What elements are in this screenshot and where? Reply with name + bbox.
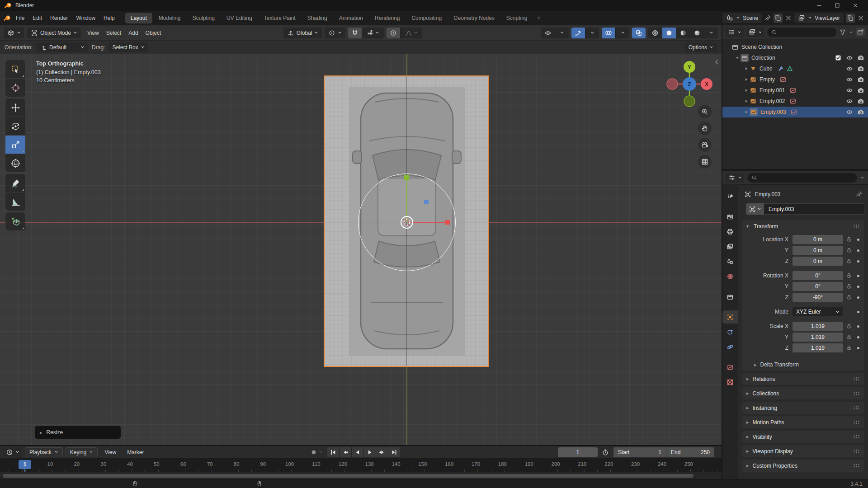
disclosure-right-icon[interactable] xyxy=(743,77,750,82)
panel-motion-paths[interactable]: ▸Motion Paths xyxy=(742,416,864,428)
outliner-row-empty-003[interactable]: Empty.003 xyxy=(722,107,868,117)
transform-value-field[interactable]: 1.019 xyxy=(793,343,843,352)
snap-settings[interactable] xyxy=(362,28,384,38)
panel-visibility[interactable]: ▸Visibility xyxy=(742,431,864,443)
auto-keying-toggle[interactable] xyxy=(310,449,323,456)
object-name-input[interactable]: Empty.003 xyxy=(764,203,864,215)
timeline-menu-playback[interactable]: Playback xyxy=(25,447,63,457)
shading-solid-button[interactable] xyxy=(662,28,676,38)
outliner-display-mode-button[interactable] xyxy=(746,28,764,37)
animate-dot[interactable] xyxy=(855,336,861,338)
play-reverse-button[interactable] xyxy=(351,447,363,457)
lock-icon[interactable] xyxy=(843,236,855,243)
shading-dropdown[interactable] xyxy=(704,28,718,38)
viewport-menu-object[interactable]: Object xyxy=(142,28,165,38)
delta-transform-subpanel[interactable]: ▸ Delta Transform xyxy=(742,359,864,371)
camera-view-button[interactable] xyxy=(698,138,712,152)
animate-dot[interactable] xyxy=(855,260,861,263)
shading-rendered-button[interactable] xyxy=(690,28,704,38)
workspace-tab-sculpting[interactable]: Sculpting xyxy=(187,13,220,23)
menu-render[interactable]: Render xyxy=(46,13,72,23)
properties-tab-physics[interactable] xyxy=(722,340,738,353)
new-collection-icon[interactable] xyxy=(856,28,865,37)
orientation-setting-dropdown[interactable]: Default xyxy=(36,42,88,52)
unlink-scene-icon[interactable] xyxy=(785,14,792,22)
timeline-menu-keying[interactable]: Keying xyxy=(66,447,98,457)
outliner-row-collection[interactable]: Collection xyxy=(722,52,868,63)
panel-grip-icon[interactable] xyxy=(853,391,860,395)
add-workspace-button[interactable]: + xyxy=(534,13,544,23)
properties-tab-texture[interactable] xyxy=(722,375,738,389)
zoom-button[interactable] xyxy=(698,105,712,118)
workspace-tab-animation[interactable]: Animation xyxy=(334,13,368,23)
animate-dot[interactable] xyxy=(855,239,861,241)
object-visibility-button[interactable] xyxy=(541,28,555,38)
disclosure-right-icon[interactable] xyxy=(743,109,750,115)
transform-value-field[interactable]: 0 m xyxy=(793,257,843,266)
menu-window[interactable]: Window xyxy=(72,13,99,23)
mode-selector[interactable]: Object Mode xyxy=(27,28,81,38)
properties-tab-render[interactable] xyxy=(722,210,738,223)
pivot-point-selector[interactable] xyxy=(325,28,345,38)
viewport-menu-add[interactable]: Add xyxy=(125,28,142,38)
lock-icon[interactable] xyxy=(843,334,855,340)
timeline-scrollbar[interactable] xyxy=(3,474,693,478)
menu-file[interactable]: File xyxy=(12,13,28,23)
workspace-tab-compositing[interactable]: Compositing xyxy=(406,13,447,23)
new-view-layer-icon[interactable] xyxy=(846,14,855,23)
properties-tab-object-data[interactable] xyxy=(722,361,738,374)
outliner-row-cube[interactable]: Cube xyxy=(722,63,868,74)
eye-toggle-icon[interactable] xyxy=(846,76,853,83)
tool-move[interactable] xyxy=(5,99,25,117)
lock-icon[interactable] xyxy=(843,294,855,300)
transform-orientation-selector[interactable]: Global xyxy=(283,28,322,38)
outliner-search-input[interactable] xyxy=(767,28,836,37)
camera-toggle-icon[interactable] xyxy=(857,65,864,72)
navigation-gizmo[interactable]: Y Z X xyxy=(659,58,720,112)
play-button[interactable] xyxy=(363,447,376,457)
tool-scale[interactable] xyxy=(5,136,25,154)
tool-cursor[interactable] xyxy=(5,79,25,97)
current-frame-field[interactable]: 1 xyxy=(558,447,598,457)
eye-toggle-icon[interactable] xyxy=(846,108,853,116)
scale-gizmo-z-handle[interactable] xyxy=(424,200,429,204)
start-frame-field[interactable]: Start1 xyxy=(613,447,666,457)
properties-tab-output[interactable] xyxy=(722,225,738,238)
ortho-toggle-button[interactable] xyxy=(698,155,712,169)
workspace-tab-texture-paint[interactable]: Texture Paint xyxy=(259,13,301,23)
close-button[interactable] xyxy=(847,1,863,10)
panel-grip-icon[interactable] xyxy=(853,377,860,381)
end-frame-field[interactable]: End250 xyxy=(666,447,714,457)
panel-grip-icon[interactable] xyxy=(853,449,860,453)
tool-select-box[interactable] xyxy=(5,60,25,78)
show-gizmos-toggle[interactable] xyxy=(571,28,585,38)
scale-gizmo-x-handle[interactable] xyxy=(445,220,450,225)
filter-funnel-icon[interactable] xyxy=(839,28,846,36)
workspace-tab-shading[interactable]: Shading xyxy=(302,13,333,23)
timeline-menu-marker[interactable]: Marker xyxy=(123,448,148,457)
view-layer-selector[interactable]: ViewLayer xyxy=(794,13,844,23)
properties-tab-world[interactable] xyxy=(722,270,738,283)
workspace-tab-modeling[interactable]: Modeling xyxy=(153,13,186,23)
editor-type-button[interactable] xyxy=(4,28,24,38)
panel-relations[interactable]: ▸Relations xyxy=(742,373,864,385)
menu-edit[interactable]: Edit xyxy=(28,13,46,23)
current-frame-badge[interactable]: 1 xyxy=(19,460,31,469)
transform-value-field[interactable]: 0° xyxy=(793,282,843,291)
chevron-down-icon[interactable] xyxy=(849,30,853,34)
rotation-mode-dropdown[interactable]: XYZ Euler xyxy=(793,307,843,316)
workspace-tab-geometry-nodes[interactable]: Geometry Nodes xyxy=(448,13,500,23)
workspace-tab-rendering[interactable]: Rendering xyxy=(369,13,405,23)
pin-icon[interactable] xyxy=(855,191,863,198)
panel-grip-icon[interactable] xyxy=(853,406,860,410)
viewport-canvas[interactable]: Top Orthographic (1) Collection | Empty.… xyxy=(0,54,722,445)
snap-toggle[interactable] xyxy=(348,28,362,38)
outliner-row-empty-002[interactable]: Empty.002 xyxy=(722,96,868,107)
panel-grip-icon[interactable] xyxy=(853,464,860,468)
panel-viewport-display[interactable]: ▸Viewport Display xyxy=(742,445,864,457)
properties-tab-object[interactable] xyxy=(722,310,738,324)
stopwatch-icon[interactable] xyxy=(602,449,609,456)
camera-toggle-icon[interactable] xyxy=(857,76,864,83)
remove-view-layer-icon[interactable] xyxy=(857,14,864,22)
timeline-editor-type-button[interactable] xyxy=(4,447,22,457)
